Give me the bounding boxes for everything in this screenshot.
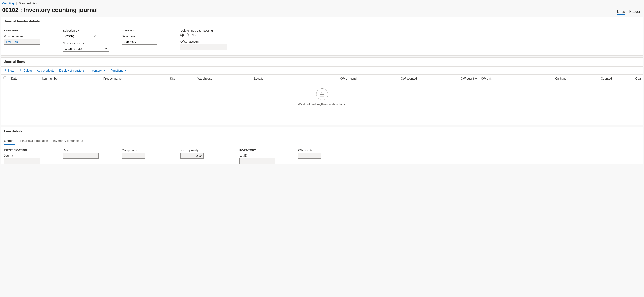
voucher-group: VOUCHER Voucher series: [4, 29, 50, 52]
line-details-title: Line details: [1, 127, 643, 136]
voucher-group-col2: Selection by Posting New voucher by Chan…: [63, 29, 109, 52]
line-details-panel: Line details General Financial dimension…: [1, 127, 643, 164]
lot-id-label: Lot ID: [239, 154, 281, 157]
inventory-group: INVENTORY Lot ID: [239, 149, 281, 164]
new-voucher-select[interactable]: Change date: [63, 46, 109, 52]
delete-button-label: Delete: [23, 69, 32, 72]
display-dimensions-button[interactable]: Display dimensions: [59, 69, 85, 72]
breadcrumb-link[interactable]: Counting: [2, 2, 14, 5]
delete-button[interactable]: Delete: [19, 69, 32, 72]
delete-lines-toggle[interactable]: [180, 33, 189, 37]
selection-by-select[interactable]: Posting: [63, 33, 98, 39]
date-input[interactable]: [63, 153, 98, 159]
empty-message: We didn't find anything to show here.: [1, 103, 643, 106]
inventory-title: INVENTORY: [239, 149, 281, 152]
cw-quantity-group: CW quantity: [122, 149, 164, 164]
col-site[interactable]: Site: [168, 74, 196, 82]
tab-general[interactable]: General: [4, 139, 15, 145]
functions-menu-label: Functions: [110, 69, 123, 72]
display-dimensions-label: Display dimensions: [59, 69, 85, 72]
line-details-tabs: General Financial dimension Inventory di…: [1, 136, 643, 145]
delete-lines-value: No: [192, 33, 196, 37]
new-voucher-label: New voucher by: [63, 41, 109, 45]
posting-group-col2: Delete lines after posting No Offset acc…: [180, 29, 227, 52]
detail-level-label: Detail level: [122, 35, 168, 38]
identification-group: IDENTIFICATION Journal: [4, 149, 46, 164]
posting-group: POSTING Detail level Summary: [122, 29, 168, 52]
svg-point-0: [320, 92, 321, 92]
view-selector[interactable]: Standard view: [19, 2, 42, 5]
trash-icon: [19, 69, 22, 72]
journal-lines-panel: Journal lines New Delete Add products Di…: [1, 57, 643, 125]
col-onhand[interactable]: On-hand: [522, 74, 569, 82]
journal-input[interactable]: [4, 158, 40, 164]
lot-id-input[interactable]: [239, 158, 275, 164]
price-quantity-input[interactable]: [180, 153, 204, 159]
cw-quantity-label: CW quantity: [122, 149, 164, 152]
journal-lines-grid: Date Item number Product name Site Wareh…: [1, 74, 643, 125]
view-selector-label: Standard view: [19, 2, 38, 5]
tab-lines[interactable]: Lines: [617, 10, 625, 15]
inventory-menu[interactable]: Inventory: [90, 69, 106, 72]
cw-quantity-input[interactable]: [122, 153, 145, 159]
delete-lines-label: Delete lines after posting: [180, 29, 227, 32]
new-button-label: New: [8, 69, 14, 72]
col-cw-counted[interactable]: CW counted: [359, 74, 419, 82]
journal-lines-table-wrap: Date Item number Product name Site Wareh…: [1, 74, 643, 125]
top-tabs: Lines Header: [617, 10, 642, 15]
functions-menu[interactable]: Functions: [110, 69, 127, 72]
col-quantity[interactable]: Qua: [614, 74, 643, 82]
tab-header[interactable]: Header: [629, 10, 640, 15]
breadcrumb-separator: |: [16, 2, 17, 5]
price-quantity-group: Price quantity: [180, 149, 222, 164]
col-date[interactable]: Date: [9, 74, 40, 82]
date-group: Date: [63, 149, 105, 164]
empty-box-icon: [316, 88, 328, 100]
svg-point-1: [321, 92, 322, 92]
tab-inventory-dimensions[interactable]: Inventory dimensions: [53, 139, 83, 145]
offset-account-input[interactable]: [180, 44, 227, 50]
journal-header-title: Journal header details: [1, 17, 643, 26]
inventory-menu-label: Inventory: [90, 69, 102, 72]
new-button[interactable]: New: [4, 69, 14, 72]
detail-level-select[interactable]: Summary: [122, 39, 158, 45]
select-all-checkbox[interactable]: [3, 76, 7, 80]
price-quantity-label: Price quantity: [180, 149, 222, 152]
cw-counted-input[interactable]: [298, 153, 321, 159]
journal-label: Journal: [4, 154, 46, 157]
cw-counted-label: CW counted: [298, 149, 340, 152]
voucher-series-label: Voucher series: [4, 35, 50, 38]
journal-lines-toolbar: New Delete Add products Display dimensio…: [1, 66, 643, 74]
page-title: 00102 : Inventory counting journal: [2, 6, 98, 15]
col-cw-quantity[interactable]: CW quantity: [419, 74, 479, 82]
chevron-down-icon: [124, 69, 127, 72]
col-counted[interactable]: Counted: [568, 74, 614, 82]
col-warehouse[interactable]: Warehouse: [196, 74, 252, 82]
col-cw-onhand[interactable]: CW on-hand: [297, 74, 359, 82]
journal-lines-title: Journal lines: [1, 57, 643, 66]
col-item-number[interactable]: Item number: [40, 74, 101, 82]
voucher-group-title: VOUCHER: [4, 29, 50, 32]
col-location[interactable]: Location: [252, 74, 297, 82]
voucher-series-input[interactable]: [4, 39, 40, 45]
breadcrumb-row: Counting | Standard view: [2, 2, 642, 6]
svg-point-3: [322, 92, 323, 92]
chevron-down-icon: [39, 2, 41, 5]
add-products-label: Add products: [37, 69, 54, 72]
identification-title: IDENTIFICATION: [4, 149, 46, 152]
add-products-button[interactable]: Add products: [37, 69, 54, 72]
offset-account-label: Offset account: [180, 40, 227, 43]
col-cw-unit[interactable]: CW unit: [479, 74, 522, 82]
title-row: 00102 : Inventory counting journal Lines…: [2, 6, 642, 15]
date-label: Date: [63, 149, 105, 152]
posting-group-title: POSTING: [122, 29, 168, 32]
chevron-down-icon: [103, 69, 106, 72]
col-product-name[interactable]: Product name: [101, 74, 168, 82]
cw-counted-group: CW counted: [298, 149, 340, 164]
page-header-area: Counting | Standard view 00102 : Invento…: [0, 0, 644, 16]
selection-by-label: Selection by: [63, 29, 109, 32]
journal-header-panel: Journal header details VOUCHER Voucher s…: [1, 17, 643, 56]
empty-state: We didn't find anything to show here.: [1, 82, 643, 125]
tab-financial-dimension[interactable]: Financial dimension: [20, 139, 48, 145]
plus-icon: [4, 69, 7, 72]
